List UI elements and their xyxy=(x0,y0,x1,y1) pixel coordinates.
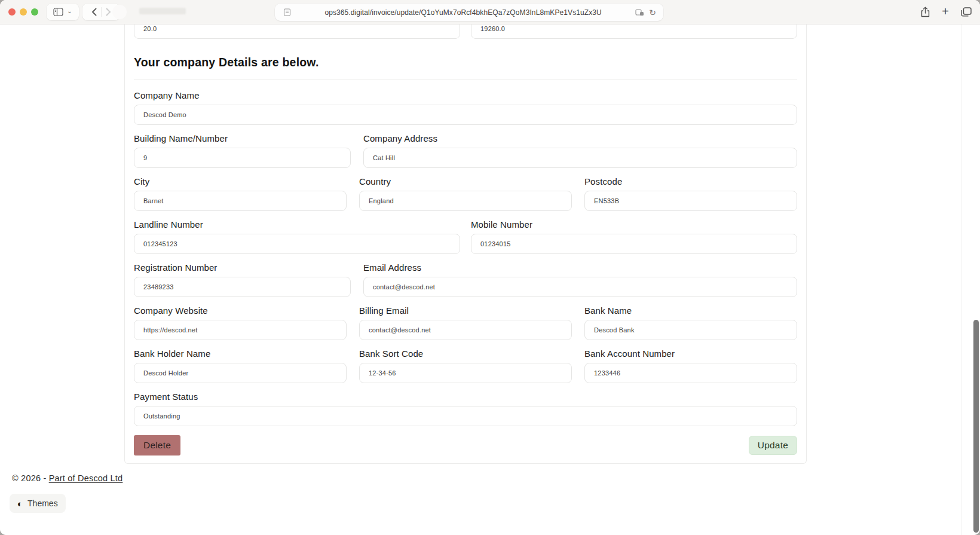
bank-holder-name-label: Bank Holder Name xyxy=(134,348,347,359)
sidebar-toggle-button[interactable]: ⌄ xyxy=(47,4,79,20)
bank-sort-code-input[interactable] xyxy=(359,363,572,383)
nav-divider xyxy=(101,7,102,17)
bank-account-number-field: Bank Account Number xyxy=(584,340,797,383)
back-button[interactable] xyxy=(91,8,97,16)
update-button[interactable]: Update xyxy=(749,436,797,455)
postcode-label: Postcode xyxy=(584,176,797,187)
bank-name-label: Bank Name xyxy=(584,305,797,316)
city-field: City xyxy=(134,168,347,211)
company-name-input[interactable] xyxy=(134,105,797,125)
form-row: Company Website Billing Email Bank Name xyxy=(134,297,797,340)
themes-button[interactable]: ◐ Themes xyxy=(10,494,66,513)
url-text[interactable]: ops365.digital/invoice/update/Q1oYuMx7oR… xyxy=(291,8,635,17)
city-input[interactable] xyxy=(134,191,347,211)
forward-button[interactable] xyxy=(106,8,111,16)
payment-status-input[interactable] xyxy=(134,406,797,426)
landline-number-input[interactable] xyxy=(134,234,460,254)
share-icon[interactable] xyxy=(921,7,930,17)
postcode-field: Postcode xyxy=(584,168,797,211)
invoice-update-card: Your company Details are below. Company … xyxy=(124,19,807,464)
registration-number-field: Registration Number xyxy=(134,254,351,297)
registration-number-label: Registration Number xyxy=(134,262,351,273)
blurred-page-text xyxy=(139,8,186,14)
bank-account-number-label: Bank Account Number xyxy=(584,348,797,359)
landline-number-field: Landline Number xyxy=(134,211,460,254)
payment-status-label: Payment Status xyxy=(134,392,797,402)
blurred-page-element xyxy=(112,5,127,19)
bank-holder-name-field: Bank Holder Name xyxy=(134,340,347,383)
form-row: Building Name/Number Company Address xyxy=(134,125,797,168)
bank-account-number-input[interactable] xyxy=(584,363,797,383)
form-row: Company Name xyxy=(134,82,797,125)
company-name-field: Company Name xyxy=(134,82,797,125)
page-title: Your company Details are below. xyxy=(134,56,797,69)
bank-sort-code-label: Bank Sort Code xyxy=(359,348,572,359)
email-address-label: Email Address xyxy=(363,262,797,273)
building-name-number-label: Building Name/Number xyxy=(134,133,351,143)
new-tab-icon[interactable]: + xyxy=(942,5,949,17)
close-window-button[interactable] xyxy=(8,8,16,16)
company-address-label: Company Address xyxy=(363,133,797,143)
toolbar-right-actions: + xyxy=(921,0,972,24)
bank-sort-code-field: Bank Sort Code xyxy=(359,340,572,383)
billing-email-field: Billing Email xyxy=(359,297,572,340)
form-row: Bank Holder Name Bank Sort Code Bank Acc… xyxy=(134,340,797,383)
theme-contrast-icon: ◐ xyxy=(17,499,23,508)
copyright-text: © 2026 - xyxy=(12,473,49,483)
mobile-number-input[interactable] xyxy=(471,234,797,254)
reader-icon xyxy=(283,8,291,16)
registration-number-input[interactable] xyxy=(134,277,351,297)
form-row: Payment Status xyxy=(134,383,797,426)
company-address-input[interactable] xyxy=(363,148,797,168)
minimize-window-button[interactable] xyxy=(20,8,27,16)
form-actions: Delete Update xyxy=(134,435,797,455)
browser-toolbar: ⌄ ops365.digital/invoice/update/Q1oYuMx7… xyxy=(0,0,980,25)
building-name-number-input[interactable] xyxy=(134,148,351,168)
zoom-window-button[interactable] xyxy=(31,8,38,16)
email-address-field: Email Address xyxy=(363,254,797,297)
country-input[interactable] xyxy=(359,191,572,211)
footer-copyright: © 2026 - Part of Descod Ltd xyxy=(12,473,980,483)
company-website-label: Company Website xyxy=(134,305,347,316)
billing-email-input[interactable] xyxy=(359,320,572,340)
bank-holder-name-input[interactable] xyxy=(134,363,347,383)
company-website-field: Company Website xyxy=(134,297,347,340)
footer-company-link[interactable]: Part of Descod Ltd xyxy=(49,473,123,483)
address-bar[interactable]: ops365.digital/invoice/update/Q1oYuMx7oR… xyxy=(275,4,663,21)
payment-status-field: Payment Status xyxy=(134,383,797,426)
mobile-number-label: Mobile Number xyxy=(471,219,797,230)
sidebar-icon xyxy=(53,8,63,16)
form-row: Registration Number Email Address xyxy=(134,254,797,297)
bank-name-field: Bank Name xyxy=(584,297,797,340)
form-row: Landline Number Mobile Number xyxy=(134,211,797,254)
heading-divider xyxy=(134,79,797,80)
scrollbar-track xyxy=(961,24,962,535)
postcode-input[interactable] xyxy=(584,191,797,211)
browser-window: ⌄ ops365.digital/invoice/update/Q1oYuMx7… xyxy=(0,0,980,535)
privacy-badge-icon xyxy=(635,9,644,16)
country-field: Country xyxy=(359,168,572,211)
bank-name-input[interactable] xyxy=(584,320,797,340)
country-label: Country xyxy=(359,176,572,187)
company-name-label: Company Name xyxy=(134,90,797,100)
mobile-number-field: Mobile Number xyxy=(471,211,797,254)
company-address-field: Company Address xyxy=(363,125,797,168)
refresh-icon[interactable]: ↻ xyxy=(649,8,656,17)
tab-overview-icon[interactable] xyxy=(961,7,972,17)
themes-button-label: Themes xyxy=(27,499,58,508)
company-website-input[interactable] xyxy=(134,320,347,340)
scrollbar-thumb[interactable] xyxy=(973,320,979,533)
landline-number-label: Landline Number xyxy=(134,219,460,230)
delete-button[interactable]: Delete xyxy=(134,435,180,455)
page-content: Your company Details are below. Company … xyxy=(0,0,980,535)
city-label: City xyxy=(134,176,347,187)
chevron-down-icon: ⌄ xyxy=(67,8,72,14)
email-address-input[interactable] xyxy=(363,277,797,297)
building-name-number-field: Building Name/Number xyxy=(134,125,351,168)
billing-email-label: Billing Email xyxy=(359,305,572,316)
form-row: City Country Postcode xyxy=(134,168,797,211)
